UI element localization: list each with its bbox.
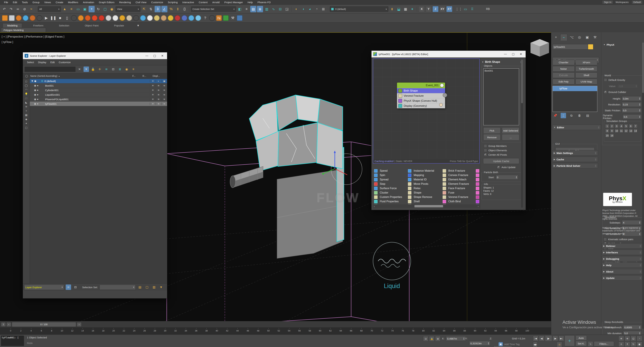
event-operator-row[interactable]: Voronoi Fracture	[397, 93, 445, 98]
depot-operator[interactable]: Stop	[374, 182, 402, 186]
percent-snap-icon[interactable]: %	[168, 6, 174, 12]
axis-constraint-button[interactable]: XY	[440, 6, 446, 12]
simulation-group-button[interactable]: 3	[614, 124, 619, 128]
motion-tab-icon[interactable]: ◎	[576, 34, 583, 40]
scene-explorer-toggle-icon[interactable]: ≣	[257, 6, 263, 12]
depot-operator[interactable]	[476, 199, 480, 204]
polygon-modeling-panel[interactable]: Polygon Modeling	[1, 28, 46, 32]
curve-editor-icon[interactable]: ∿	[270, 6, 276, 12]
phoenix-particles-icon[interactable]	[30, 15, 35, 21]
depot-operator[interactable]	[476, 177, 480, 182]
add-layer-icon[interactable]: ≋	[104, 66, 109, 72]
event-graph-canvas[interactable]: Event_001 Birth Shape Voronoi Fracture	[373, 58, 480, 164]
menu-item[interactable]: Interactive	[180, 1, 196, 4]
event-enable-bulb-icon[interactable]	[440, 84, 444, 87]
menu-item[interactable]: Tools	[20, 1, 30, 4]
sep[interactable]	[133, 15, 139, 21]
auto-update-checkbox[interactable]	[497, 166, 500, 169]
show-end-result-icon[interactable]: ⌶	[561, 113, 566, 118]
configure-modifier-sets-icon[interactable]: ▤	[585, 113, 590, 118]
modifier-button[interactable]: TurboSmooth	[576, 66, 598, 72]
select-and-scale-icon[interactable]: ▢	[102, 6, 108, 12]
rendered-frame-icon[interactable]: ◑	[300, 6, 306, 12]
depot-operator[interactable]: Move Pivots	[408, 182, 434, 186]
scene-object-row[interactable]: ◉ ● tyFlow001 ✳ ≋ ≋	[30, 102, 167, 106]
pause-sim-icon[interactable]: ❚❚	[50, 15, 56, 21]
depot-operator[interactable]: Convex Fracture	[442, 173, 469, 177]
frozen-toggle-icon[interactable]: ✳	[150, 89, 156, 92]
frozen-toggle-icon[interactable]: ✳	[150, 80, 156, 82]
editor-rollout-header[interactable]: ▼Editor⣿	[552, 125, 601, 130]
menu-item[interactable]: Animation	[80, 1, 96, 4]
phoenix-grid-icon[interactable]	[9, 15, 15, 21]
depot-scrollbar[interactable]: ‹ ›	[373, 204, 480, 208]
frozen-toggle-icon[interactable]: ✳	[150, 98, 156, 100]
select-and-link-icon[interactable]: ∞	[15, 6, 21, 12]
filter-selected-icon[interactable]: ▼	[158, 284, 164, 290]
maxscript-mini-listener[interactable]: tyFlow001: [	[1, 336, 24, 346]
key-filter-curve-icon[interactable]: ∿	[588, 341, 593, 347]
maximize-icon[interactable]	[153, 54, 156, 58]
z-coordinate-field[interactable]: 0,0m	[494, 346, 512, 347]
collapsed-rollout-header[interactable]: ▶Retimer⣿	[602, 243, 643, 249]
preset-blast-icon[interactable]	[99, 15, 104, 21]
collapsed-rollout-header[interactable]: ▶Help⣿	[602, 262, 643, 268]
simulation-group-button[interactable]: 2	[610, 124, 614, 128]
scene-object-row[interactable]: ◉ ● PhoenixFDLiquid001 ✳ ≋ ≋	[30, 97, 167, 102]
collapsed-rollout-header[interactable]: ▶Interfaces⣿	[602, 250, 643, 255]
time-slider-thumb[interactable]: 0 / 100	[12, 322, 76, 327]
window-crossing-icon[interactable]: ▣	[82, 6, 88, 12]
make-unique-icon[interactable]: ⧉	[569, 113, 574, 118]
simulation-group-button[interactable]: 6	[629, 124, 633, 128]
menu-item[interactable]: Phoenix FD	[255, 1, 273, 4]
add-selected-button[interactable]: Add Selected	[502, 127, 520, 134]
object-color-swatch[interactable]	[588, 44, 593, 50]
render-toggle-icon[interactable]: ≋	[156, 89, 161, 92]
ribbon-toggle-icon[interactable]: ▥	[264, 6, 270, 12]
sep[interactable]	[71, 15, 77, 21]
light-toggle-icon[interactable]: ◉	[124, 66, 129, 72]
layer-manager-icon[interactable]: ▤	[250, 6, 256, 12]
modify-tab-icon[interactable]: ⌁	[560, 34, 567, 40]
depot-operator[interactable]	[476, 182, 480, 186]
schematic-view-icon[interactable]: ⊟	[277, 6, 283, 12]
simulation-group-button[interactable]: 13	[629, 129, 633, 133]
railclone-icon[interactable]	[223, 15, 229, 21]
depot-operator[interactable]: Mapping	[408, 173, 434, 177]
depot-operator[interactable]: Brick Fracture	[442, 168, 469, 173]
material-editor-icon[interactable]: ◲	[284, 6, 290, 12]
select-and-place-icon[interactable]: ◉	[109, 6, 115, 12]
phoenix-fire-sim-icon[interactable]	[16, 15, 22, 21]
bind-to-space-warp-icon[interactable]: ≈	[28, 6, 34, 12]
collapsed-rollout-header[interactable]: ▶Update⣿	[602, 275, 643, 281]
simulation-group-button[interactable]: 7	[634, 124, 638, 128]
key-step-icon[interactable]: ◀▶	[533, 342, 538, 347]
tools-icon[interactable]: ⚒	[230, 15, 236, 21]
set-keys-button[interactable]: +	[564, 336, 574, 346]
preset-fire-icon[interactable]	[85, 15, 90, 21]
modifier-button[interactable]: UVW Map	[576, 79, 598, 84]
menu-item[interactable]: Views	[42, 1, 54, 4]
angle-snap-icon[interactable]: ∠	[161, 6, 168, 12]
render-toggle-icon[interactable]: ≋	[156, 102, 161, 105]
scene-explorer-titlebar[interactable]: 3 Scene Explorer - Layer Explorer	[23, 52, 167, 59]
absolute-mode-icon[interactable]: ⊞	[435, 336, 440, 342]
explorer-menu-item[interactable]: Select	[25, 61, 36, 64]
depot-operator[interactable]	[476, 190, 480, 195]
viewport-label[interactable]: [ + ] [Perspective ] [Performance ] [Edg…	[2, 35, 64, 38]
scene-object-row[interactable]: ◉ ● Box001 ✳ ≋ ≋	[30, 84, 167, 88]
pick-parent-icon[interactable]: ✛	[97, 66, 102, 72]
collapsed-rollout-header[interactable]: ▶Main Settings⣿	[552, 150, 598, 156]
explorer-column-header[interactable]: ◯ Name (Sorted Ascending)▲ F... R... Dis…	[23, 73, 167, 79]
help-icon[interactable]: ?	[202, 15, 208, 21]
clear-cache-icon[interactable]: ▯	[64, 15, 70, 21]
set-key-button[interactable]: Set K.	[576, 341, 587, 346]
remove-button[interactable]: Remove	[483, 134, 500, 140]
utilities-tab-icon[interactable]: ⚒	[592, 34, 598, 40]
display-alpha-icon[interactable]: ⬓	[396, 6, 402, 12]
menu-item[interactable]: Arnold	[210, 1, 222, 4]
depot-operator[interactable]: Surface Force	[374, 186, 402, 190]
frozen-toggle-icon[interactable]: ✳	[150, 93, 156, 96]
physx-spinner-field[interactable]: 0,15	[622, 102, 642, 107]
redo-icon[interactable]: ↷	[8, 6, 14, 12]
